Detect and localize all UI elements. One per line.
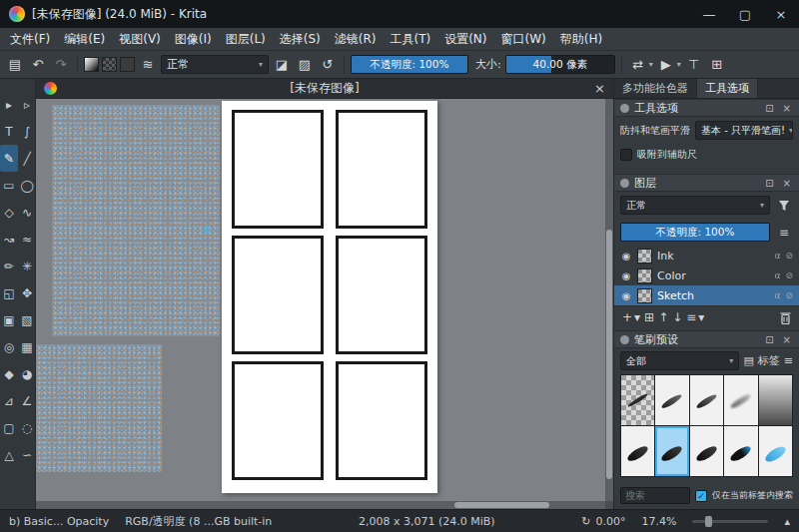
assistants-tool[interactable]: ⊿: [0, 387, 18, 414]
reload-brush-icon[interactable]: ↺: [318, 55, 338, 75]
undo-icon[interactable]: ↶: [28, 55, 48, 75]
chevron-down-icon[interactable]: ▾: [677, 60, 681, 69]
select-shapes-tool[interactable]: ▸: [0, 91, 18, 118]
preset-filter-combo[interactable]: 全部 ▾: [620, 351, 739, 370]
layer-row-sketch[interactable]: ◉ Sketch α ⊘: [614, 285, 799, 305]
opacity-slider[interactable]: 不透明度: 100%: [351, 55, 468, 74]
add-layer-button[interactable]: +: [622, 310, 632, 324]
move-layer-up-button[interactable]: ↑: [658, 310, 668, 324]
menu-edit[interactable]: 编辑(E): [57, 28, 112, 50]
menu-file[interactable]: 文件(F): [3, 28, 57, 50]
menu-layer[interactable]: 图层(L): [219, 28, 273, 50]
multibrush-tool[interactable]: ✳: [18, 253, 36, 279]
close-docker-icon[interactable]: ×: [781, 178, 793, 189]
brush-preset[interactable]: [759, 426, 792, 476]
brush-preset-selected[interactable]: [655, 426, 688, 476]
ellipse-select-tool[interactable]: ◌: [18, 414, 36, 441]
menu-select[interactable]: 选择(S): [273, 28, 328, 50]
horizontal-scrollbar-thumb[interactable]: [454, 502, 549, 508]
chevron-down-icon[interactable]: ▾: [649, 60, 653, 69]
menu-help[interactable]: 帮助(H): [553, 28, 609, 50]
freehand-brush-tool[interactable]: ✎: [0, 145, 18, 172]
alpha-lock-icon[interactable]: ⊘: [785, 290, 793, 300]
search-input[interactable]: [620, 487, 690, 504]
canvas-page[interactable]: [222, 101, 437, 493]
bezier-curve-tool[interactable]: ↝: [0, 226, 18, 253]
rect-select-tool[interactable]: ▢: [0, 414, 18, 441]
new-document-icon[interactable]: ▤: [5, 55, 25, 75]
visibility-eye-icon[interactable]: ◉: [620, 251, 632, 262]
menu-window[interactable]: 窗口(W): [494, 28, 553, 50]
crop-tool[interactable]: ▣: [0, 306, 18, 333]
enclose-fill-tool[interactable]: ◕: [18, 360, 36, 387]
menu-filter[interactable]: 滤镜(R): [328, 28, 384, 50]
zoom-menu-caret-icon[interactable]: ▴: [784, 515, 790, 528]
search-scope-checkbox[interactable]: ✓: [695, 490, 707, 502]
brush-preset[interactable]: [759, 375, 792, 425]
menu-image[interactable]: 图像(I): [168, 28, 219, 50]
grid-icon[interactable]: ⊞: [707, 55, 727, 75]
move-tool[interactable]: ✥: [18, 279, 36, 306]
fill-tool[interactable]: ◆: [0, 360, 18, 387]
horizontal-scrollbar[interactable]: [36, 501, 605, 509]
stabilizer-combo[interactable]: 基本 - 只平滑笔画! ▾: [695, 121, 793, 140]
vertical-scrollbar[interactable]: [605, 99, 613, 501]
menu-view[interactable]: 视图(V): [112, 28, 168, 50]
alpha-icon[interactable]: α: [775, 290, 781, 300]
eraser-icon[interactable]: ◪: [272, 55, 292, 75]
mirror-icon[interactable]: ⇄: [628, 55, 648, 75]
zoom-slider[interactable]: [692, 520, 768, 523]
rotation-reset-icon[interactable]: ↻: [581, 515, 590, 528]
zoom-slider-thumb[interactable]: [705, 516, 712, 527]
dynamic-brush-tool[interactable]: ✏: [0, 253, 18, 279]
maximize-button[interactable]: ▢: [727, 0, 763, 28]
brush-editor-icon[interactable]: ≋: [138, 55, 158, 75]
polygon-select-tool[interactable]: △: [0, 441, 18, 468]
pattern-edit-tool[interactable]: ▦: [18, 333, 36, 360]
visibility-eye-icon[interactable]: ◉: [620, 290, 632, 301]
visibility-eye-icon[interactable]: ◉: [620, 270, 632, 281]
layer-blend-combo[interactable]: 正常 ▾: [620, 196, 770, 215]
close-button[interactable]: ×: [763, 0, 799, 28]
line-tool[interactable]: ╱: [18, 145, 36, 172]
minimize-button[interactable]: —: [691, 0, 727, 28]
brush-preset[interactable]: [690, 426, 723, 476]
canvas-viewport[interactable]: [36, 99, 613, 509]
layer-opacity-slider[interactable]: 不透明度: 100%: [620, 223, 770, 242]
transform-tool[interactable]: ◱: [0, 279, 18, 306]
size-slider[interactable]: 40.00 像素: [505, 55, 615, 74]
alpha-icon[interactable]: α: [775, 270, 781, 280]
color-sampler-tool[interactable]: ◎: [0, 333, 18, 360]
close-docker-icon[interactable]: ×: [781, 103, 793, 114]
freehand-select-tool[interactable]: ∽: [18, 441, 36, 468]
duplicate-layer-button[interactable]: ⊞: [644, 310, 654, 324]
subwindow-close-button[interactable]: ×: [594, 81, 605, 96]
color-swatch[interactable]: [120, 57, 135, 72]
brush-preset[interactable]: [655, 375, 688, 425]
layer-row-ink[interactable]: ◉ Ink α ⊘: [614, 246, 799, 266]
layer-row-color[interactable]: ◉ Color α ⊘: [614, 266, 799, 285]
display-mode-icon[interactable]: ▤: [743, 354, 753, 367]
freehand-path-tool[interactable]: ≈: [18, 226, 36, 253]
float-docker-icon[interactable]: ⊡: [763, 334, 775, 345]
brush-preset[interactable]: [690, 375, 723, 425]
blend-mode-combo[interactable]: 正常 ▾: [161, 55, 269, 74]
calligraphy-tool[interactable]: ∫: [18, 118, 36, 145]
alpha-icon[interactable]: α: [775, 251, 781, 261]
brush-preset[interactable]: [724, 375, 757, 425]
pattern-swatch[interactable]: [102, 57, 117, 72]
brush-preset[interactable]: [621, 426, 654, 476]
polyline-tool[interactable]: ∿: [18, 199, 36, 226]
tab-tool-options[interactable]: 工具选项: [697, 79, 758, 98]
polygon-tool[interactable]: ◇: [0, 199, 18, 226]
tab-advanced-color-selector[interactable]: 多功能拾色器: [614, 79, 697, 98]
rectangle-tool[interactable]: ▭: [0, 172, 18, 199]
move-layer-down-button[interactable]: ↓: [672, 310, 682, 324]
float-docker-icon[interactable]: ⊡: [763, 178, 775, 189]
tag-button[interactable]: 标签: [758, 353, 780, 368]
measure-tool[interactable]: ∠: [18, 387, 36, 414]
subwindow-titlebar[interactable]: [未保存图像] ×: [36, 79, 613, 99]
menu-tools[interactable]: 工具(T): [383, 28, 437, 50]
ellipse-tool[interactable]: ◯: [18, 172, 36, 199]
alpha-lock-icon[interactable]: ⊘: [785, 270, 793, 280]
